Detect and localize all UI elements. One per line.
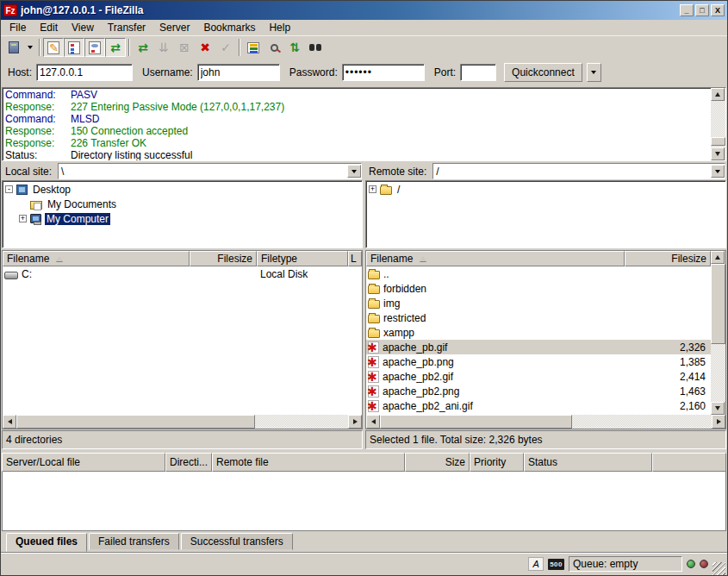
remote-horizontal-scrollbar[interactable] [366, 415, 725, 429]
queue-tabs: Queued files Failed transfers Successful… [1, 533, 727, 552]
local-tree-icon [68, 41, 80, 54]
scroll-down-button[interactable] [711, 402, 725, 415]
site-manager-button[interactable] [3, 38, 24, 57]
column-remote-file[interactable]: Remote file [212, 453, 405, 472]
remote-vertical-scrollbar[interactable] [711, 251, 725, 415]
minimize-button[interactable]: _ [680, 4, 694, 16]
file-row-c-drive[interactable]: C: Local Disk [3, 266, 362, 281]
column-size[interactable]: Size [405, 453, 470, 472]
scroll-left-button[interactable] [3, 415, 16, 429]
directory-comparison-button[interactable] [264, 38, 284, 57]
column-filename[interactable]: Filename [3, 251, 190, 266]
speed-limits-icon[interactable]: 500 [548, 559, 564, 570]
tab-queued-files[interactable]: Queued files [6, 533, 87, 552]
column-spacer [652, 453, 726, 472]
menu-server[interactable]: Server [152, 20, 196, 35]
menu-bookmarks[interactable]: Bookmarks [196, 20, 262, 35]
remote-site-dropdown[interactable] [711, 165, 725, 178]
message-log-body: Command:PASV Response:227 Entering Passi… [3, 88, 711, 160]
site-manager-dropdown[interactable] [24, 38, 36, 57]
expand-icon[interactable]: + [369, 185, 376, 193]
column-direction[interactable]: Directi... [165, 453, 212, 472]
file-row-selected[interactable]: apache_pb.gif2,326 [366, 340, 711, 354]
file-row[interactable]: .. [366, 266, 711, 281]
scrollbar-track[interactable] [16, 415, 348, 429]
reconnect-button[interactable]: ✓ [215, 38, 236, 57]
process-queue-button[interactable]: ⇊ [153, 38, 174, 57]
port-input[interactable] [460, 64, 496, 81]
column-server-local-file[interactable]: Server/Local file [2, 453, 165, 472]
close-button[interactable]: X [711, 4, 725, 16]
scroll-up-button[interactable] [711, 251, 725, 264]
remote-site-bar: Remote site: / [365, 162, 726, 180]
toggle-transfer-queue-button[interactable]: ⇄ [105, 38, 126, 57]
cancel-operation-button[interactable]: ⊠ [174, 38, 195, 57]
scrollbar-track[interactable] [711, 264, 725, 402]
column-priority[interactable]: Priority [470, 453, 524, 472]
column-filesize[interactable]: Filesize [190, 251, 257, 266]
menu-help[interactable]: Help [262, 20, 297, 35]
data-type-indicator-icon[interactable]: A [528, 557, 544, 571]
scrollbar-thumb[interactable] [16, 415, 255, 429]
host-input[interactable] [36, 64, 133, 81]
menu-transfer[interactable]: Transfer [101, 20, 152, 35]
scrollbar-track[interactable] [380, 415, 712, 429]
tab-failed-transfers[interactable]: Failed transfers [89, 533, 179, 550]
scrollbar-thumb[interactable] [711, 264, 725, 344]
quickconnect-button[interactable]: Quickconnect [504, 63, 582, 82]
menu-edit[interactable]: Edit [33, 20, 65, 35]
toggle-remote-tree-button[interactable] [84, 38, 105, 57]
app-icon: Fz [3, 4, 17, 16]
file-row[interactable]: xampp [366, 325, 711, 340]
local-site-combo[interactable]: \ [58, 163, 362, 179]
local-horizontal-scrollbar[interactable] [3, 415, 362, 429]
resize-grip[interactable] [712, 562, 725, 575]
tree-item-root[interactable]: + / [366, 182, 725, 197]
synchronized-browsing-button[interactable]: ⇅ [284, 38, 305, 57]
file-row[interactable]: restricted [366, 310, 711, 325]
scroll-up-button[interactable] [711, 88, 725, 101]
toggle-message-log-button[interactable]: ✎ [43, 38, 64, 57]
scroll-right-button[interactable] [348, 415, 362, 429]
tree-item-desktop[interactable]: - Desktop [3, 182, 362, 197]
collapse-icon[interactable]: - [5, 185, 13, 193]
scrollbar-thumb[interactable] [380, 415, 572, 429]
column-filetype[interactable]: Filetype [257, 251, 348, 266]
column-filename[interactable]: Filename [366, 251, 625, 266]
file-row[interactable]: apache_pb2.png1,463 [366, 384, 711, 398]
password-input[interactable] [342, 64, 425, 81]
remote-site-combo[interactable]: / [432, 163, 725, 179]
file-row[interactable]: apache_pb.png1,385 [366, 354, 711, 369]
local-site-dropdown[interactable] [347, 165, 361, 178]
file-row[interactable]: img [366, 296, 711, 310]
file-row[interactable]: apache_pb2_ani.gif2,160 [366, 398, 711, 413]
toggle-local-tree-button[interactable] [64, 38, 84, 57]
maximize-button[interactable]: □ [695, 4, 709, 16]
scroll-down-button[interactable] [711, 147, 725, 160]
filter-button[interactable] [243, 38, 264, 57]
column-filesize[interactable]: Filesize [625, 251, 711, 266]
find-files-button[interactable] [305, 38, 326, 57]
file-row[interactable]: forbidden [366, 281, 711, 296]
tree-item-my-documents[interactable]: My Documents [16, 197, 362, 211]
tab-successful-transfers[interactable]: Successful transfers [181, 533, 293, 550]
scrollbar-thumb[interactable] [711, 137, 725, 146]
scroll-left-button[interactable] [366, 415, 380, 429]
scrollbar-track[interactable] [711, 101, 725, 147]
disconnect-button[interactable]: ✖ [195, 38, 215, 57]
menu-file[interactable]: File [3, 20, 33, 35]
file-row[interactable]: apache_pb2.gif2,414 [366, 369, 711, 384]
username-input[interactable] [197, 64, 280, 81]
expand-icon[interactable]: + [19, 215, 27, 222]
queue-body[interactable] [2, 472, 726, 531]
column-last-modified[interactable]: L [348, 251, 362, 266]
refresh-button[interactable]: ⇄ [133, 38, 153, 57]
menu-view[interactable]: View [65, 20, 101, 35]
log-vertical-scrollbar[interactable] [711, 88, 725, 160]
column-status[interactable]: Status [524, 453, 652, 472]
cancel-icon: ⊠ [179, 41, 190, 53]
queue-status-text: Queue: empty [569, 556, 682, 572]
quickconnect-dropdown[interactable] [587, 63, 601, 82]
tree-item-my-computer[interactable]: + My Computer [16, 211, 362, 226]
scroll-right-button[interactable] [712, 415, 725, 429]
